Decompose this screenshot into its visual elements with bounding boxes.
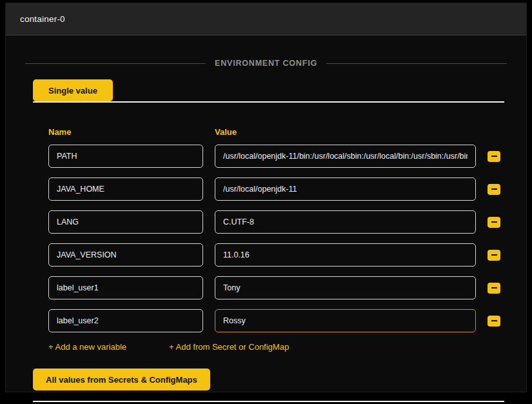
bottom-underline: [33, 401, 504, 402]
section-heading: ENVIRONMENT CONFIG: [25, 59, 507, 68]
panel-title: container-0: [20, 14, 65, 24]
remove-variable-button[interactable]: [488, 151, 500, 162]
env-name-input[interactable]: [48, 309, 203, 332]
env-name-input[interactable]: [48, 210, 203, 234]
env-value-input[interactable]: [215, 145, 476, 168]
form-headers: Name Value: [48, 127, 507, 137]
env-name-input[interactable]: [48, 243, 203, 267]
env-var-row: [48, 177, 507, 201]
env-value-input[interactable]: [215, 243, 476, 267]
minus-icon: [491, 188, 497, 190]
remove-variable-button[interactable]: [488, 250, 500, 261]
env-var-row: [48, 243, 507, 267]
single-value-tab[interactable]: Single value: [33, 79, 113, 101]
tab-row: Single value: [25, 79, 507, 101]
minus-icon: [491, 320, 497, 321]
container-panel: container-0 ENVIRONMENT CONFIG Single va…: [5, 3, 527, 392]
env-var-row: [48, 145, 507, 168]
minus-icon: [491, 156, 497, 157]
all-values-from-secrets-button[interactable]: All values from Secrets & ConfigMaps: [33, 369, 210, 390]
environment-config-section: ENVIRONMENT CONFIG Single value Name Val…: [6, 35, 526, 402]
env-var-row: [48, 276, 507, 299]
heading-divider-left: [25, 63, 206, 64]
add-links-row: + Add a new variable + Add from Secret o…: [48, 342, 507, 352]
panel-header: container-0: [6, 3, 526, 35]
env-value-input[interactable]: [215, 276, 476, 299]
remove-variable-button[interactable]: [488, 316, 500, 327]
env-var-row: [48, 210, 507, 234]
value-column-header: Value: [215, 127, 237, 137]
env-value-input[interactable]: [215, 210, 476, 234]
minus-icon: [491, 254, 497, 256]
remove-variable-button[interactable]: [488, 217, 500, 228]
remove-variable-button[interactable]: [488, 184, 500, 195]
env-variables-form: Name Value: [25, 103, 507, 352]
remove-variable-button[interactable]: [488, 283, 500, 294]
env-name-input[interactable]: [48, 145, 203, 168]
section-heading-label: ENVIRONMENT CONFIG: [215, 59, 317, 68]
minus-icon: [491, 221, 497, 223]
heading-divider-right: [326, 63, 507, 64]
env-value-input-focused[interactable]: [215, 309, 476, 332]
env-name-input[interactable]: [48, 276, 203, 299]
add-new-variable-link[interactable]: + Add a new variable: [48, 342, 126, 352]
env-value-input[interactable]: [215, 177, 476, 201]
minus-icon: [491, 287, 497, 288]
add-from-secret-link[interactable]: + Add from Secret or ConfigMap: [169, 342, 289, 352]
env-name-input[interactable]: [48, 177, 203, 201]
env-var-row: [48, 309, 507, 332]
name-column-header: Name: [48, 127, 215, 137]
